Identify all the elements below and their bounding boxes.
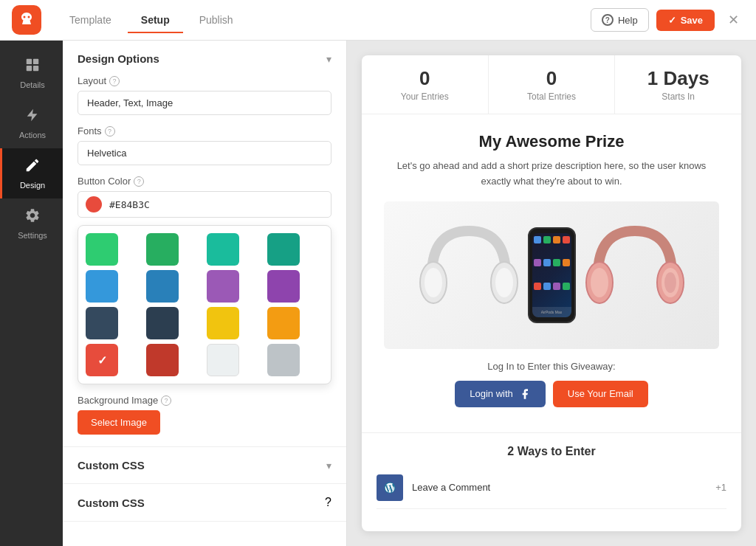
select-image-button[interactable]: Select Image <box>78 410 160 435</box>
color-hex-field[interactable] <box>109 199 323 210</box>
custom-css-section-2: Custom CSS ? <box>63 484 346 522</box>
stat-starts-in: 1 Days Starts In <box>615 55 741 114</box>
svg-rect-3 <box>33 59 38 64</box>
sidebar: Details Actions Design Settings <box>0 41 63 546</box>
bg-image-info-icon[interactable]: ? <box>161 395 171 406</box>
app-icon-9 <box>534 283 541 290</box>
app-icon-1 <box>534 236 541 243</box>
sidebar-actions-label: Actions <box>19 131 46 139</box>
button-color-label: Button Color ? <box>78 176 331 187</box>
sidebar-item-actions[interactable]: Actions <box>0 98 63 148</box>
custom-css-header-2[interactable]: Custom CSS ? <box>78 496 331 509</box>
svg-point-7 <box>425 268 442 297</box>
login-text: Log In to Enter this Giveaway: <box>384 361 719 372</box>
swatch-13[interactable] <box>146 344 179 376</box>
ways-to-enter-section: 2 Ways to Enter Leave a Comment +1 <box>362 432 741 521</box>
prize-image: AirPods Max <box>384 201 719 349</box>
sidebar-item-settings[interactable]: Settings <box>0 198 63 249</box>
swatch-7[interactable] <box>267 270 300 303</box>
custom-css-header-1[interactable]: Custom CSS ▾ <box>78 459 331 471</box>
login-email-button[interactable]: Use Your Email <box>553 381 648 407</box>
starts-in-label: Starts In <box>622 91 734 102</box>
main-area: Details Actions Design Settings Design O… <box>0 41 756 546</box>
button-color-group: Button Color ? <box>78 176 331 384</box>
sidebar-item-details[interactable]: Details <box>0 48 63 98</box>
stats-bar: 0 Your Entries 0 Total Entries 1 Days St… <box>362 55 741 114</box>
swatch-6[interactable] <box>207 270 239 303</box>
help-button[interactable]: ? Help <box>591 8 649 32</box>
swatch-5[interactable] <box>146 270 179 303</box>
phone-screen: AirPods Max <box>532 233 571 317</box>
swatch-8[interactable] <box>86 307 118 339</box>
stat-your-entries: 0 Your Entries <box>362 55 489 114</box>
fonts-info-icon[interactable]: ? <box>105 126 115 136</box>
custom-css-title-2: Custom CSS <box>78 497 145 509</box>
swatch-15[interactable] <box>267 344 300 376</box>
fonts-input[interactable] <box>78 141 331 165</box>
design-options-header[interactable]: Design Options ▾ <box>78 52 331 65</box>
entry-item-0: Leave a Comment +1 <box>377 467 726 509</box>
background-image-label: Background Image ? <box>78 395 331 406</box>
prize-description: Let's go ahead and add a short prize des… <box>384 159 719 190</box>
white-headphones-icon <box>417 216 520 334</box>
svg-point-0 <box>24 16 26 18</box>
button-color-info-icon[interactable]: ? <box>134 176 144 187</box>
svg-rect-4 <box>27 66 32 71</box>
save-button[interactable]: ✓ Save <box>656 10 715 31</box>
right-preview-panel: 0 Your Entries 0 Total Entries 1 Days St… <box>347 41 756 546</box>
custom-css-chevron-1: ▾ <box>326 460 331 471</box>
layout-label: Layout ? <box>78 75 331 86</box>
layout-group: Layout ? <box>78 75 331 115</box>
design-options-chevron: ▾ <box>326 53 331 65</box>
swatch-14[interactable] <box>207 344 239 376</box>
app-icon-8 <box>563 259 570 266</box>
top-navigation: Template Setup Publish ? Help ✓ Save ✕ <box>0 0 756 41</box>
app-icons-grid <box>532 233 571 307</box>
ways-title: 2 Ways to Enter <box>377 445 726 458</box>
swatch-12[interactable] <box>86 344 118 376</box>
save-label: Save <box>681 15 703 26</box>
swatch-0[interactable] <box>86 233 118 266</box>
phone-device: AirPods Max <box>528 227 576 323</box>
tab-setup[interactable]: Setup <box>128 8 183 33</box>
layout-info-icon[interactable]: ? <box>109 76 120 86</box>
color-preview-dot <box>86 196 102 212</box>
swatch-4[interactable] <box>86 270 118 303</box>
swatch-3[interactable] <box>267 233 300 266</box>
sidebar-item-design[interactable]: Design <box>0 148 63 198</box>
layout-input[interactable] <box>78 91 331 115</box>
phone-airpods-label: AirPods Max <box>532 307 571 317</box>
swatch-10[interactable] <box>207 307 239 339</box>
app-icon-7 <box>553 259 560 266</box>
design-options-title: Design Options <box>78 52 159 65</box>
login-facebook-button[interactable]: Login with <box>455 381 546 407</box>
color-input-row[interactable] <box>78 191 331 218</box>
entry-label-0: Leave a Comment <box>412 482 707 493</box>
swatch-2[interactable] <box>207 233 239 266</box>
swatch-9[interactable] <box>146 307 179 339</box>
app-icon-4 <box>563 236 570 243</box>
swatch-11[interactable] <box>267 307 300 339</box>
your-entries-number: 0 <box>369 67 481 90</box>
checkmark-icon: ✓ <box>668 15 676 26</box>
svg-point-14 <box>664 272 676 293</box>
custom-css-info-icon[interactable]: ? <box>325 496 331 509</box>
login-buttons: Login with Use Your Email <box>384 381 719 407</box>
close-button[interactable]: ✕ <box>722 9 744 31</box>
tab-publish[interactable]: Publish <box>186 8 247 33</box>
tab-template[interactable]: Template <box>56 8 125 33</box>
stat-total-entries: 0 Total Entries <box>489 55 616 114</box>
sidebar-design-label: Design <box>20 181 45 190</box>
entry-points-0: +1 <box>715 482 726 493</box>
help-label: Help <box>618 15 638 26</box>
preview-card: 0 Your Entries 0 Total Entries 1 Days St… <box>362 55 741 531</box>
app-logo <box>12 5 41 35</box>
prize-content: My Awesome Prize Let's go ahead and add … <box>362 114 741 432</box>
svg-point-11 <box>591 268 608 297</box>
nav-tabs: Template Setup Publish <box>56 7 591 32</box>
fonts-label: Fonts ? <box>78 125 331 136</box>
left-panel: Design Options ▾ Layout ? Fonts ? <box>63 41 347 546</box>
app-icon-2 <box>543 236 551 243</box>
swatch-1[interactable] <box>146 233 179 266</box>
design-icon <box>24 157 41 177</box>
